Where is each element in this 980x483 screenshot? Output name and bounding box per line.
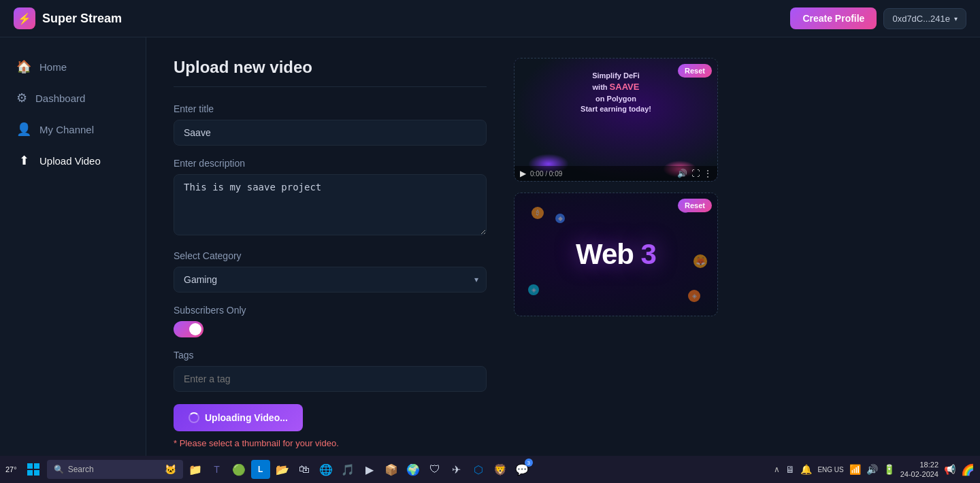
sidebar-item-upload-label: Upload Video <box>39 155 101 167</box>
store-icon[interactable]: 🛍 <box>295 460 314 479</box>
teams-icon[interactable]: T <box>208 460 227 479</box>
search-icon: 🔍 <box>54 465 64 474</box>
notification-icon[interactable]: 🔔 <box>800 464 812 475</box>
main-layout: 🏠 Home ⚙ Dashboard 👤 My Channel ⬆ Upload… <box>0 37 980 483</box>
topbar-actions: Create Profile 0xd7dC...241e ▾ <box>790 7 966 29</box>
whatsapp-icon[interactable]: 💬 3 <box>512 460 532 479</box>
loading-spinner <box>189 412 199 423</box>
taskbar: 27° 🔍 Search 🐱 📁 T 🟢 L 📂 🛍 🌐 🎵 ▶ 📦 🌍 🛡 ✈… <box>0 456 980 483</box>
taskbar-right: ∧ 🖥 🔔 ENG US 📶 🔊 🔋 18:22 24-02-2024 📢 🌈 <box>774 460 975 480</box>
wallet-button[interactable]: 0xd7dC...241e ▾ <box>883 8 966 29</box>
sidebar-item-dashboard[interactable]: ⚙ Dashboard <box>0 82 146 114</box>
logo-icon: ⚡ <box>14 7 35 29</box>
svg-rect-2 <box>27 470 33 476</box>
sidebar-item-home[interactable]: 🏠 Home <box>0 51 146 82</box>
upload-button[interactable]: Uploading Video... <box>174 404 303 431</box>
spotify-icon[interactable]: 🎵 <box>338 460 357 479</box>
description-input[interactable]: This is my saave project <box>174 174 487 235</box>
system-time: 18:22 24-02-2024 <box>900 460 938 480</box>
category-select[interactable]: Gaming Music Education Tech Crypto Sport… <box>174 267 487 293</box>
tags-group: Tags <box>174 350 487 392</box>
play-icon[interactable]: ▶ <box>520 169 526 178</box>
edge-icon[interactable]: 🌐 <box>316 460 336 479</box>
title-input[interactable] <box>174 120 487 146</box>
battery-icon: 🔋 <box>883 464 895 475</box>
page-title: Upload new video <box>174 58 487 87</box>
thumbnail-card-1: Reset Simplify DeFi with SAAVE on Polygo… <box>514 58 718 182</box>
rainbow-icon: 🌈 <box>961 463 975 476</box>
more-options-icon[interactable]: ⋮ <box>704 169 712 178</box>
description-label: Enter description <box>174 158 487 169</box>
sidebar-item-dashboard-label: Dashboard <box>35 93 85 104</box>
video-time: 0:00 / 0:09 <box>530 170 673 178</box>
display-icon[interactable]: 🖥 <box>785 464 795 475</box>
telegram-icon[interactable]: ✈ <box>447 460 466 479</box>
home-icon: 🏠 <box>16 59 31 74</box>
create-profile-button[interactable]: Create Profile <box>790 7 877 29</box>
fullscreen-icon[interactable]: ⛶ <box>691 169 700 178</box>
title-group: Enter title <box>174 103 487 146</box>
thumbnail-card-2: Reset ₿ ◆ ◉ ◈ ◈ 🦊 Web 3 <box>514 193 718 316</box>
thumbnail-side: Reset Simplify DeFi with SAAVE on Polygo… <box>514 58 718 463</box>
upload-icon: ⬆ <box>16 153 31 168</box>
video-controls-1: ▶ 0:00 / 0:09 🔊 ⛶ ⋮ <box>514 166 717 181</box>
notification-badge: 3 <box>525 459 533 467</box>
sidebar-item-upload-video[interactable]: ⬆ Upload Video <box>0 145 146 176</box>
sound-icon: 🔊 <box>866 464 878 475</box>
volume-icon[interactable]: 🔊 <box>677 169 687 178</box>
title-label: Enter title <box>174 103 487 114</box>
sidebar-item-my-channel[interactable]: 👤 My Channel <box>0 114 146 145</box>
eth-icon: ◆ <box>555 214 565 223</box>
start-button[interactable] <box>22 459 44 480</box>
svg-rect-1 <box>34 463 39 469</box>
wallet-address: 0xd7dC...241e <box>892 14 950 24</box>
category-label: Select Category <box>174 250 487 261</box>
youtube-icon[interactable]: ▶ <box>360 460 379 479</box>
description-group: Enter description This is my saave proje… <box>174 158 487 238</box>
dot-blue: ◈ <box>528 284 539 295</box>
temperature: 27° <box>5 465 17 473</box>
brave-icon[interactable]: 🦁 <box>491 460 510 479</box>
tags-label: Tags <box>174 350 487 361</box>
apps-icon[interactable]: 🟢 <box>229 460 248 479</box>
sidebar: 🏠 Home ⚙ Dashboard 👤 My Channel ⬆ Upload… <box>0 37 146 483</box>
svg-rect-3 <box>34 470 39 476</box>
tags-input[interactable] <box>174 366 487 392</box>
topbar-logo: ⚡ Super Stream <box>14 7 790 29</box>
reset-button-1[interactable]: Reset <box>678 64 712 78</box>
category-group: Select Category Gaming Music Education T… <box>174 250 487 293</box>
shield-icon[interactable]: 🛡 <box>425 460 444 479</box>
notification-center-icon[interactable]: 📢 <box>944 464 956 475</box>
taskbar-search[interactable]: 🔍 Search 🐱 <box>47 460 183 479</box>
chevron-up-icon[interactable]: ∧ <box>774 465 780 474</box>
sidebar-item-home-label: Home <box>39 61 67 73</box>
chrome-icon[interactable]: 🌍 <box>404 460 423 479</box>
gear-icon: ⚙ <box>16 90 27 105</box>
error-message: * Please select a thumbnail for your vid… <box>174 438 487 448</box>
app-name: Super Stream <box>42 12 122 26</box>
language-indicator: ENG US <box>817 466 843 473</box>
vscode-icon[interactable]: ⬡ <box>469 460 488 479</box>
web3-title: Web 3 <box>576 238 656 271</box>
subscribers-toggle-wrap <box>174 321 487 337</box>
pkg-icon[interactable]: 📦 <box>382 460 401 479</box>
subscribers-label: Subscribers Only <box>174 305 487 316</box>
svg-rect-0 <box>27 463 33 469</box>
taskbar-search-label: Search <box>68 465 94 474</box>
upload-button-label: Uploading Video... <box>205 412 288 423</box>
sidebar-item-channel-label: My Channel <box>39 124 94 135</box>
reset-button-2[interactable]: Reset <box>678 199 712 212</box>
lync-icon[interactable]: L <box>251 460 270 479</box>
upload-form: Upload new video Enter title Enter descr… <box>174 58 487 463</box>
category-select-wrap: Gaming Music Education Tech Crypto Sport… <box>174 267 487 293</box>
folder-icon[interactable]: 📂 <box>273 460 292 479</box>
subscribers-toggle[interactable] <box>174 321 203 337</box>
dot-orange: ◈ <box>688 290 700 302</box>
taskbar-search-avatar: 🐱 <box>165 464 176 475</box>
chevron-down-icon: ▾ <box>954 15 958 22</box>
date: 24-02-2024 <box>900 469 938 479</box>
dot-cat: 🦊 <box>693 254 707 268</box>
topbar: ⚡ Super Stream Create Profile 0xd7dC...2… <box>0 0 980 37</box>
person-icon: 👤 <box>16 122 31 137</box>
file-explorer-icon[interactable]: 📁 <box>186 460 205 479</box>
